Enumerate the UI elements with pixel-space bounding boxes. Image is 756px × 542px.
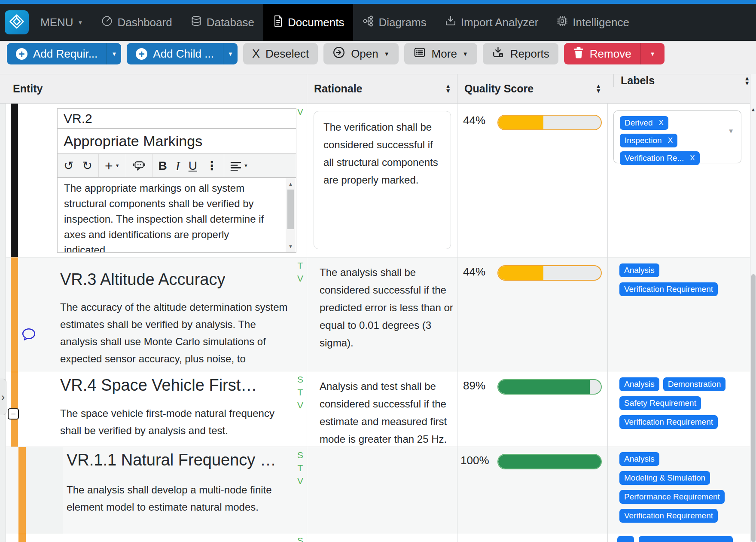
entity-header-label: Entity [0, 83, 43, 95]
entity-title[interactable]: VR.4 Space Vehicle First… [60, 376, 257, 395]
underline-button[interactable]: U [189, 160, 197, 172]
remove-label-icon[interactable]: X [658, 119, 663, 127]
collapse-toggle[interactable]: − [8, 408, 19, 420]
nav-item-label: Database [207, 16, 254, 29]
add-requirement-dropdown[interactable]: ▼ [107, 43, 121, 64]
remove-button[interactable]: Remove [564, 43, 640, 64]
import-download-icon [445, 15, 457, 30]
align-button[interactable]: ▼ [230, 161, 248, 171]
label-pill[interactable]: Modeling & Simulation [619, 471, 710, 485]
rationale-cell[interactable]: Analysis and test shall be considered su… [320, 377, 456, 448]
sort-icon[interactable]: ▲▼ [445, 84, 451, 93]
nav-item-diagrams[interactable]: Diagrams [353, 4, 435, 41]
label-pill[interactable]: Verification Re...X [620, 151, 700, 165]
column-divider [457, 104, 457, 257]
labels-edit-box[interactable]: DerivedX InspectionX Verification Re...X… [613, 110, 741, 163]
label-pill[interactable]: Verification Requirement [619, 509, 718, 523]
scroll-up-arrow[interactable]: ▲ [286, 181, 296, 187]
quality-percent: 89% [463, 379, 485, 392]
label-pill[interactable]: Safety Requirement [619, 396, 701, 410]
more-button[interactable]: More ▼ [404, 43, 477, 64]
chevron-down-icon[interactable]: ▼ [728, 127, 734, 135]
nav-menu-label: MENU [40, 16, 73, 29]
entity-number-input[interactable]: VR.2 [57, 108, 296, 129]
column-header-rationale[interactable]: Rationale ▲▼ [307, 74, 457, 103]
label-pill[interactable] [617, 536, 634, 542]
add-child-dropdown[interactable]: ▼ [223, 43, 238, 64]
sort-down-arrow: ▼ [744, 81, 750, 86]
column-header-labels[interactable]: Labels ▲▼ [613, 74, 756, 87]
verification-status-letters: S [297, 536, 303, 542]
top-accent-bar [0, 0, 756, 4]
label-pill[interactable]: Analysis [619, 452, 659, 466]
nav-item-documents[interactable]: Documents [263, 4, 354, 41]
vertical-scrollbar[interactable]: ▲ [750, 74, 756, 542]
comment-icon[interactable] [21, 328, 36, 343]
nav-item-intelligence[interactable]: Intelligence [547, 4, 638, 41]
italic-button[interactable]: I [176, 159, 180, 172]
table-row[interactable]: VR.3 Altitude Accuracy The accuracy of t… [6, 257, 750, 372]
label-pill[interactable]: Performance Requirement [619, 490, 725, 504]
table-row[interactable]: VR.2 Appropriate Markings ↺ ↻ +▼ B I U ⋮ [6, 104, 750, 257]
more-options-icon[interactable]: ⋮ [206, 160, 218, 172]
nav-item-dashboard[interactable]: Dashboard [92, 4, 181, 41]
scrollbar-thumb[interactable] [751, 274, 756, 542]
remove-dropdown[interactable]: ▼ [640, 43, 665, 64]
main-navbar: MENU ▼ Dashboard Database Documents Di [0, 4, 756, 41]
ai-assistant-button[interactable] [132, 160, 146, 172]
column-divider [457, 257, 457, 372]
list-icon [413, 46, 426, 61]
scrollbar-thumb[interactable] [287, 190, 294, 229]
deselect-button[interactable]: X Deselect [243, 43, 318, 64]
label-pill[interactable]: Analysis [619, 263, 659, 277]
remove-split: Remove ▼ [564, 43, 665, 64]
chevron-down-icon: ▼ [111, 51, 117, 57]
chevron-down-icon: ▼ [650, 51, 655, 57]
column-divider [607, 257, 608, 372]
remove-label-icon[interactable]: X [690, 154, 695, 162]
scroll-up-arrow[interactable]: ▲ [750, 107, 756, 113]
nav-item-import-analyzer[interactable]: Import Analyzer [436, 4, 548, 41]
label-pill[interactable]: Verification Requirement [619, 282, 718, 296]
quality-progress-fill [498, 116, 543, 129]
add-requirement-button[interactable]: + Add Requir... [7, 43, 107, 64]
bold-button[interactable]: B [159, 160, 167, 172]
table-row[interactable]: VR.1.1 Natural Frequency … The analysis … [6, 447, 750, 534]
redo-button[interactable]: ↻ [82, 160, 92, 172]
entity-name-input[interactable]: Appropriate Markings [57, 129, 296, 154]
scroll-down-arrow[interactable]: ▼ [286, 244, 296, 249]
label-pill[interactable]: Demonstration [663, 377, 726, 391]
side-panel-expander[interactable]: › [0, 379, 6, 415]
label-pill[interactable]: DerivedX [620, 116, 668, 130]
column-header-quality-score[interactable]: Quality Score ▲▼ [457, 74, 607, 103]
sort-icon[interactable]: ▲▼ [744, 76, 750, 86]
label-pill[interactable]: InspectionX [620, 134, 677, 147]
rationale-cell[interactable]: The verification shall be considered suc… [314, 111, 451, 249]
entity-description: The accuracy of the altitude determinati… [60, 299, 292, 385]
label-pill[interactable] [639, 536, 733, 542]
add-child-button[interactable]: + Add Child ... [127, 43, 223, 64]
status-letter: V [297, 107, 303, 116]
reports-button[interactable]: Reports [483, 43, 558, 64]
table-row[interactable]: − VR.4 Space Vehicle First… The space ve… [6, 372, 750, 447]
undo-button[interactable]: ↺ [64, 160, 73, 172]
remove-label-icon[interactable]: X [668, 136, 673, 145]
insert-button[interactable]: +▼ [105, 159, 120, 173]
label-pill[interactable]: Analysis [619, 377, 659, 391]
rationale-cell[interactable]: The analysis shall be considered success… [320, 263, 456, 352]
nav-menu-button[interactable]: MENU ▼ [31, 4, 92, 41]
app-logo[interactable] [5, 10, 29, 34]
nav-item-database[interactable]: Database [181, 4, 263, 41]
label-pill[interactable]: Verification Requirement [619, 415, 718, 429]
table-row[interactable]: S [6, 534, 750, 542]
plus-circle-icon: + [136, 48, 147, 60]
sort-icon[interactable]: ▲▼ [595, 84, 601, 93]
open-button[interactable]: Open ▼ [323, 43, 398, 64]
entity-title[interactable]: VR.3 Altitude Accuracy [60, 270, 225, 289]
indent-area [26, 447, 63, 534]
textarea-scrollbar[interactable]: ▲ ▼ [286, 178, 296, 252]
entity-description-textarea[interactable]: The appropriate markings on all system s… [57, 178, 296, 253]
entity-title[interactable]: VR.1.1 Natural Frequency … [67, 451, 276, 469]
minus-icon: − [11, 409, 16, 419]
column-divider [607, 534, 608, 542]
